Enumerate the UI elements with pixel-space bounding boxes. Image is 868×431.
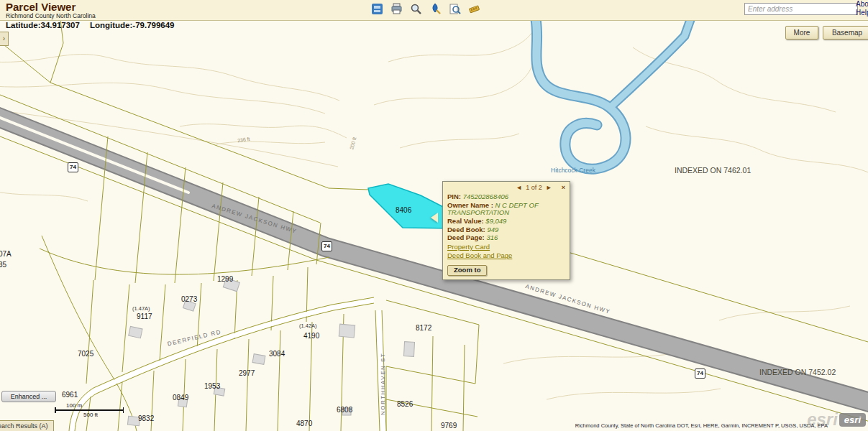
- address-search-input[interactable]: [744, 3, 858, 15]
- route-74-shield: 74: [321, 241, 332, 251]
- real-value-field: Real Value: $9,049: [447, 218, 565, 226]
- parcel-viewer-app: { "app": { "title": "Parcel Viewer", "su…: [0, 0, 868, 431]
- popup-header: ◄ 1 of 2 ► ×: [447, 184, 565, 191]
- parcel-label: 0273: [181, 295, 197, 303]
- pin-label: PIN:: [447, 193, 461, 200]
- parcel-label: 9117: [137, 312, 152, 320]
- popup-pointer: [431, 213, 438, 223]
- popup-pager: 1 of 2: [526, 184, 542, 191]
- esri-watermark: esri: [807, 409, 838, 430]
- parcel-label: 9769: [441, 422, 457, 430]
- parcel-label: 3084: [269, 350, 285, 358]
- parcel-label: 1953: [204, 382, 220, 390]
- enhanced-button[interactable]: Enhanced ...: [1, 391, 56, 402]
- parcel-area-label: (1.47A): [132, 305, 150, 312]
- scale-bar: 100 m 500 ft: [55, 402, 124, 418]
- deed-book-field: Deed Book: 949: [447, 226, 565, 234]
- creek-label: Hitchcock Creek: [551, 167, 595, 174]
- deed-page-value: 316: [486, 233, 498, 241]
- parcel-label: 7025: [78, 350, 93, 358]
- pin-value: 745202868406: [463, 193, 508, 200]
- esri-logo: esri esri: [807, 409, 866, 430]
- selected-parcel-label: 8406: [396, 206, 411, 214]
- parcel-label: 4870: [296, 420, 312, 427]
- sidebar-expand-tab[interactable]: ›: [0, 32, 9, 46]
- route-74-shield: 74: [68, 162, 78, 172]
- indexed-label: INDEXED ON 7452.02: [759, 368, 836, 376]
- esri-logo-text: esri: [839, 413, 866, 427]
- parcel-label: 4190: [303, 332, 319, 340]
- app-title: Parcel Viewer: [6, 1, 76, 13]
- deed-book-label: Deed Book:: [447, 226, 485, 233]
- parcel-label: 9832: [138, 414, 154, 422]
- draw-icon[interactable]: [428, 1, 443, 17]
- pin-field: PIN: 745202868406: [447, 193, 565, 201]
- map-graphics: [0, 20, 868, 431]
- parcel-area-label: (1.42A): [299, 323, 317, 329]
- parcel-label: 35: [0, 261, 6, 269]
- more-button[interactable]: More: [785, 26, 818, 40]
- parcel-info-popup: ◄ 1 of 2 ► × PIN: 745202868406 Owner Nam…: [442, 181, 570, 280]
- zoom-to-button[interactable]: Zoom to: [447, 265, 487, 276]
- popup-next-icon[interactable]: ►: [546, 184, 552, 191]
- latitude-value: Latitude:34.917307: [6, 21, 80, 29]
- parcel-label: 2977: [239, 369, 255, 377]
- deed-book-and-page-link[interactable]: Deed Book and Page: [447, 252, 565, 260]
- scale-rule: [55, 409, 124, 411]
- popup-prev-icon[interactable]: ◄: [516, 184, 522, 191]
- parcel-label: 8526: [397, 400, 413, 408]
- basemap-button[interactable]: Basemap: [823, 26, 868, 40]
- map-attribution: Richmond County, State of North Carolina…: [575, 422, 828, 429]
- real-value-label: Real Value:: [447, 217, 484, 225]
- corner-links: About Help: [856, 0, 868, 17]
- deed-page-field: Deed Page: 316: [447, 234, 565, 242]
- scale-feet-label: 500 ft: [83, 412, 124, 418]
- street-label-northhaven-st: NORTHHAVEN ST: [380, 353, 386, 415]
- longitude-value: Longitude:-79.799649: [90, 21, 175, 29]
- zoom-icon[interactable]: [408, 1, 424, 17]
- scale-meters-label: 100 m: [66, 402, 124, 409]
- parcel-label: 8172: [416, 324, 431, 332]
- parcel-label: 1299: [217, 275, 233, 283]
- deed-book-value: 949: [487, 226, 498, 233]
- measure-icon[interactable]: [467, 1, 482, 17]
- owner-field: Owner Name : N C DEPT OF TRANSPORTATION: [447, 202, 565, 217]
- app-subtitle: Richmond County North Carolina: [6, 12, 96, 19]
- owner-label: Owner Name :: [447, 201, 493, 209]
- deed-page-label: Deed Page:: [447, 233, 485, 241]
- coordinate-readout: Latitude:34.917307Longitude:-79.799649: [6, 21, 185, 29]
- parcel-label: 6808: [337, 406, 352, 414]
- bookmarks-icon[interactable]: [370, 1, 385, 17]
- print-icon[interactable]: [389, 1, 404, 17]
- toolbar: [370, 1, 482, 17]
- identify-icon[interactable]: [447, 1, 462, 17]
- real-value: $9,049: [485, 217, 506, 225]
- help-link[interactable]: Help: [856, 9, 868, 17]
- parcel-label: 0849: [173, 394, 188, 402]
- about-link[interactable]: About: [856, 0, 868, 9]
- map-canvas[interactable]: [0, 20, 868, 431]
- popup-close-icon[interactable]: ×: [562, 184, 565, 191]
- search-results-tab[interactable]: Search Results (A): [0, 420, 54, 431]
- indexed-label: INDEXED ON 7462.01: [675, 166, 751, 175]
- header-bar: Parcel Viewer Richmond County North Caro…: [0, 0, 868, 21]
- property-card-link[interactable]: Property Card: [447, 244, 565, 251]
- parcel-label: 07A: [0, 250, 12, 258]
- parcel-label: 6961: [62, 391, 78, 399]
- route-74-shield: 74: [695, 369, 705, 379]
